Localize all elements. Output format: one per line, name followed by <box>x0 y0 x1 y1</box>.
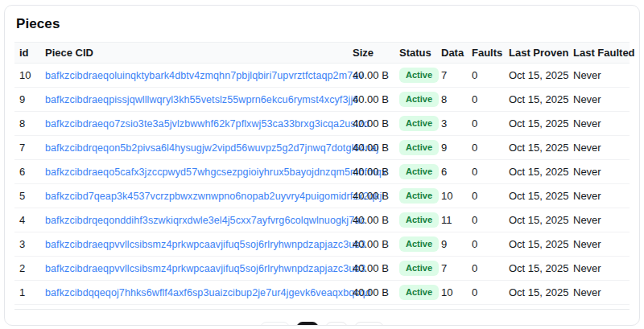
piece-last-proven-cell: Oct 15, 2025 <box>499 208 564 232</box>
column-header-size: Size <box>343 43 390 64</box>
table-row: 7 bafkzcibdrqeqon5b2pivsa6l4hysugjw2vipd… <box>14 136 630 160</box>
piece-cid-cell: bafkzcibdrqeqon5b2pivsa6l4hysugjw2vipd56… <box>35 136 343 160</box>
status-badge: Active <box>399 164 439 179</box>
piece-status-cell: Active <box>390 184 431 208</box>
status-badge: Active <box>399 92 439 107</box>
piece-status-cell: Active <box>390 232 431 257</box>
piece-status-cell: Active <box>390 64 431 88</box>
piece-cid-link[interactable]: bafkzcibdqqeqoj7hhks6wflf4axf6sp3uaizcib… <box>45 287 371 298</box>
piece-status-cell: Active <box>390 88 431 112</box>
piece-cid-cell: bafkzcibdraeqoluinqktybark4dbtv4zmqhn7pb… <box>35 64 343 88</box>
piece-last-faulted-cell: Never <box>564 208 630 232</box>
column-header-data: Data <box>431 43 462 64</box>
piece-status-cell: Active <box>390 208 431 232</box>
piece-cid-link[interactable]: bafkzcibd7qeap3k4537vcrzpbwxzwnwpno6nopa… <box>45 191 384 202</box>
piece-id-cell: 1 <box>14 281 35 305</box>
piece-last-faulted-cell: Never <box>564 112 630 136</box>
piece-id-cell: 4 <box>14 208 35 232</box>
piece-last-proven-cell: Oct 15, 2025 <box>499 88 564 112</box>
next-page-button[interactable] <box>354 322 384 326</box>
status-badge: Active <box>399 285 439 300</box>
piece-last-faulted-cell: Never <box>564 136 630 160</box>
table-row: 6 bafkzcibdraeqo5cafx3jzccpwyd57whgcsezp… <box>14 160 630 184</box>
piece-cid-cell: bafkzcibdraeqo7zsio3te3a5jvlzbwwhf62k7pf… <box>35 112 343 136</box>
piece-cid-link[interactable]: bafkzcibdraeqoluinqktybark4dbtv4zmqhn7pb… <box>45 70 364 81</box>
piece-last-proven-cell: Oct 15, 2025 <box>499 112 564 136</box>
status-badge: Active <box>399 140 439 155</box>
previous-page-button[interactable] <box>260 322 290 326</box>
piece-status-cell: Active <box>390 160 431 184</box>
piece-last-proven-cell: Oct 15, 2025 <box>499 281 564 305</box>
piece-faults-cell: 0 <box>462 88 499 112</box>
piece-last-faulted-cell: Never <box>564 160 630 184</box>
pieces-card: Pieces id Piece CID Size Status Data Fau… <box>4 5 640 326</box>
piece-last-proven-cell: Oct 15, 2025 <box>499 257 564 281</box>
piece-status-cell: Active <box>390 257 431 281</box>
piece-faults-cell: 0 <box>462 257 499 281</box>
piece-last-proven-cell: Oct 15, 2025 <box>499 136 564 160</box>
column-header-last-faulted: Last Faulted <box>564 43 630 64</box>
piece-id-cell: 2 <box>14 257 35 281</box>
table-body: 10 bafkzcibdraeqoluinqktybark4dbtv4zmqhn… <box>14 64 630 305</box>
column-header-faults: Faults <box>462 43 499 64</box>
piece-cid-link[interactable]: bafkzcibdrqeqon5b2pivsa6l4hysugjw2vipd56… <box>45 142 378 154</box>
piece-cid-cell: bafkzcibdraeqpvvllcsibsmz4prkwpcaavjifuq… <box>35 232 343 257</box>
piece-cid-link[interactable]: bafkzcibdraeqo7zsio3te3a5jvlzbwwhf62k7pf… <box>45 118 369 130</box>
page-number-button[interactable]: 2 <box>325 322 348 326</box>
table-row: 5 bafkzcibd7qeap3k4537vcrzpbwxzwnwpno6no… <box>14 184 630 208</box>
piece-cid-link[interactable]: bafkzcibdraeqpvvllcsibsmz4prkwpcaavjifuq… <box>45 239 365 250</box>
piece-faults-cell: 0 <box>462 112 499 136</box>
table-header: id Piece CID Size Status Data Faults Las… <box>14 43 630 64</box>
column-header-status: Status <box>390 43 431 64</box>
status-badge: Active <box>399 188 439 204</box>
status-badge: Active <box>399 212 439 228</box>
piece-cid-link[interactable]: bafkzcibdraeqpissjqwlllwqryl3kh55vetslz5… <box>45 94 358 105</box>
column-header-piece-cid: Piece CID <box>35 43 343 64</box>
table-row: 1 bafkzcibdqqeqoj7hhks6wflf4axf6sp3uaizc… <box>14 281 630 305</box>
status-badge: Active <box>399 116 439 131</box>
pieces-table: id Piece CID Size Status Data Faults Las… <box>14 42 630 305</box>
piece-id-cell: 7 <box>14 136 35 160</box>
piece-cid-cell: bafkzcibdraeqpvvllcsibsmz4prkwpcaavjifuq… <box>35 257 343 281</box>
status-badge: Active <box>399 261 439 276</box>
piece-faults-cell: 0 <box>462 208 499 232</box>
piece-last-faulted-cell: Never <box>564 281 630 305</box>
table-footer-divider <box>14 305 630 310</box>
table-row: 2 bafkzcibdraeqpvvllcsibsmz4prkwpcaavjif… <box>14 257 630 281</box>
piece-last-proven-cell: Oct 15, 2025 <box>499 184 564 208</box>
piece-cid-cell: bafkzcibd7qeap3k4537vcrzpbwxzwnwpno6nopa… <box>35 184 343 208</box>
page-number-button[interactable]: 1 <box>296 322 319 326</box>
column-header-id: id <box>14 43 35 64</box>
piece-status-cell: Active <box>390 281 431 305</box>
piece-faults-cell: 0 <box>462 232 499 257</box>
piece-last-proven-cell: Oct 15, 2025 <box>499 64 564 88</box>
piece-last-faulted-cell: Never <box>564 232 630 257</box>
piece-last-faulted-cell: Never <box>564 64 630 88</box>
piece-last-proven-cell: Oct 15, 2025 <box>499 232 564 257</box>
piece-last-faulted-cell: Never <box>564 88 630 112</box>
piece-faults-cell: 0 <box>462 281 499 305</box>
column-header-last-proven: Last Proven <box>499 43 564 64</box>
piece-cid-cell: bafkzcibdrqeqonddihf3szwkiqrxdwle3el4j5c… <box>35 208 343 232</box>
piece-faults-cell: 0 <box>462 160 499 184</box>
piece-status-cell: Active <box>390 112 431 136</box>
piece-cid-cell: bafkzcibdraeqo5cafx3jzccpwyd57whgcsezpgi… <box>35 160 343 184</box>
pagination: 1 2 <box>14 322 630 326</box>
table-row: 4 bafkzcibdrqeqonddihf3szwkiqrxdwle3el4j… <box>14 208 630 232</box>
piece-id-cell: 9 <box>14 88 35 112</box>
screen: Pieces id Piece CID Size Status Data Fau… <box>0 0 644 329</box>
table-row: 10 bafkzcibdraeqoluinqktybark4dbtv4zmqhn… <box>14 64 630 88</box>
piece-id-cell: 5 <box>14 184 35 208</box>
piece-cid-cell: bafkzcibdraeqpissjqwlllwqryl3kh55vetslz5… <box>35 88 343 112</box>
piece-id-cell: 10 <box>14 64 35 88</box>
piece-cid-link[interactable]: bafkzcibdraeqpvvllcsibsmz4prkwpcaavjifuq… <box>45 263 365 274</box>
page-title: Pieces <box>16 16 630 32</box>
piece-id-cell: 8 <box>14 112 35 136</box>
piece-cid-link[interactable]: bafkzcibdraeqo5cafx3jzccpwyd57whgcsezpgi… <box>45 167 386 178</box>
piece-faults-cell: 0 <box>462 184 499 208</box>
piece-status-cell: Active <box>390 136 431 160</box>
piece-last-proven-cell: Oct 15, 2025 <box>499 160 564 184</box>
table-row: 3 bafkzcibdraeqpvvllcsibsmz4prkwpcaavjif… <box>14 232 630 257</box>
piece-cid-link[interactable]: bafkzcibdrqeqonddihf3szwkiqrxdwle3el4j5c… <box>45 215 365 226</box>
piece-last-faulted-cell: Never <box>564 257 630 281</box>
